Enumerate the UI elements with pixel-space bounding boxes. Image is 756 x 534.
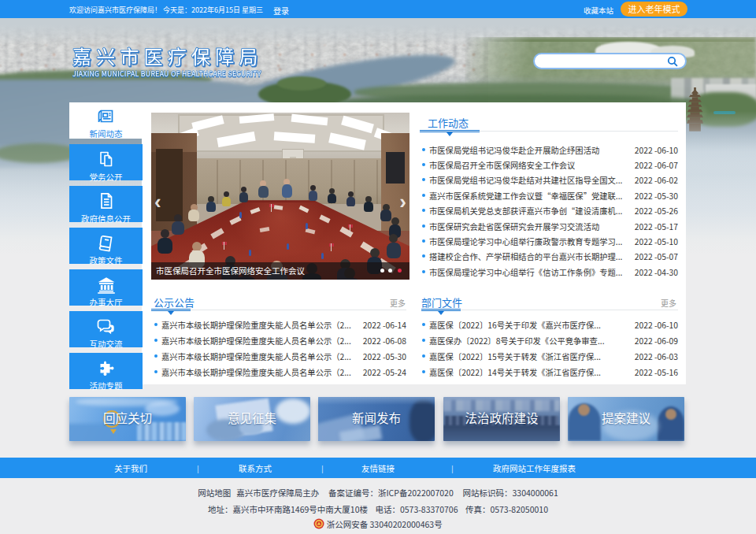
svg-text:嘉兴市医疗保障局: 嘉兴市医疗保障局 [72,42,263,69]
svg-text:JIAXING MUNICIPAL BUREAU OF HE: JIAXING MUNICIPAL BUREAU OF HEALTHCARE S… [72,69,261,79]
